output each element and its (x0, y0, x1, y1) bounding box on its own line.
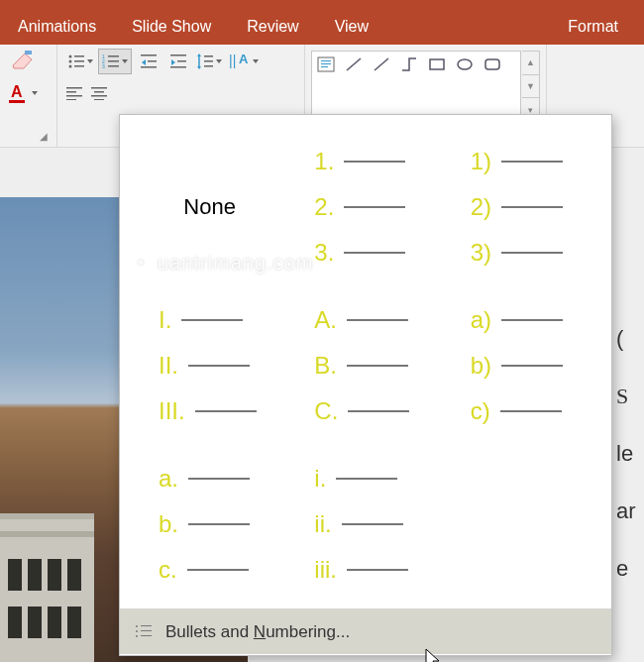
tab-review[interactable]: Review (229, 9, 316, 45)
ribbon-tabs: Animations Slide Show Review View Format (0, 9, 644, 45)
bullets-icon (67, 54, 85, 69)
svg-rect-39 (94, 99, 104, 100)
watermark: ✦ uantrimang.com (128, 250, 313, 276)
svg-marker-0 (13, 54, 32, 68)
svg-rect-54 (141, 635, 152, 636)
svg-rect-52 (141, 630, 152, 631)
bullets-and-numbering-button[interactable]: Bullets and Numbering... (120, 608, 611, 654)
shape-textbox-icon[interactable] (315, 55, 337, 74)
bullets-numbering-icon (134, 623, 154, 641)
svg-line-44 (347, 58, 361, 70)
svg-rect-25 (198, 55, 200, 67)
svg-marker-21 (171, 59, 175, 65)
decrease-indent-button[interactable] (133, 49, 166, 74)
svg-rect-22 (177, 60, 186, 62)
svg-marker-26 (197, 66, 201, 69)
shapes-gallery[interactable] (311, 51, 521, 122)
font-color-icon: A (8, 82, 30, 104)
chevron-up-icon[interactable]: ▲ (522, 52, 539, 75)
numbering-empty-cell (448, 448, 595, 601)
numbering-option-upper-roman[interactable]: I. II. III. (136, 289, 283, 442)
shape-oval-icon[interactable] (454, 55, 476, 74)
svg-rect-15 (108, 65, 119, 67)
align-left-button[interactable] (63, 80, 87, 106)
svg-rect-27 (204, 55, 213, 57)
svg-rect-16 (141, 55, 157, 56)
numbering-option-lower-roman[interactable]: i. ii. iii. (291, 448, 439, 601)
svg-rect-37 (94, 91, 104, 93)
svg-point-4 (69, 55, 72, 58)
svg-rect-1 (25, 51, 32, 55)
watermark-icon: ✦ (128, 250, 154, 276)
svg-rect-33 (66, 91, 76, 93)
svg-text:A: A (239, 52, 249, 66)
align-center-button[interactable] (88, 80, 112, 106)
shape-line-icon[interactable] (343, 55, 365, 74)
svg-rect-42 (321, 63, 331, 64)
numbering-option-lower-alpha-paren[interactable]: a) b) c) (448, 289, 595, 442)
building-graphic (0, 513, 94, 662)
svg-text:3: 3 (102, 63, 105, 69)
numbering-button[interactable]: 123 (98, 49, 132, 74)
line-spacing-icon (196, 53, 214, 70)
shapes-scroll[interactable]: ▲ ▼ ▾ (522, 51, 540, 122)
increase-indent-button[interactable] (167, 49, 191, 74)
svg-line-45 (375, 58, 388, 70)
text-direction-icon: ||A (229, 52, 251, 71)
svg-text:||: || (229, 53, 236, 68)
svg-rect-7 (74, 60, 84, 62)
chevron-down-icon[interactable]: ▼ (522, 75, 539, 99)
svg-point-6 (69, 60, 72, 63)
shape-connector-icon[interactable] (398, 55, 420, 74)
shape-line2-icon[interactable] (371, 55, 392, 74)
tab-slide-show[interactable]: Slide Show (114, 9, 229, 45)
align-left-icon (66, 86, 84, 100)
svg-rect-46 (430, 59, 444, 69)
svg-rect-9 (74, 65, 84, 67)
tab-animations[interactable]: Animations (0, 9, 114, 45)
svg-marker-17 (142, 59, 146, 65)
svg-point-53 (136, 635, 138, 637)
svg-point-47 (458, 59, 472, 69)
bullets-button[interactable] (63, 49, 97, 74)
svg-rect-34 (66, 95, 82, 97)
svg-rect-48 (485, 59, 499, 69)
tab-format[interactable]: Format (550, 9, 636, 45)
svg-rect-29 (204, 65, 213, 67)
numbering-option-arabic-paren[interactable]: 1) 2) 3) (448, 131, 595, 283)
eraser-icon (10, 51, 36, 72)
bullets-and-numbering-label: Bullets and Numbering... (165, 622, 350, 642)
svg-rect-50 (141, 625, 152, 626)
svg-rect-23 (170, 66, 186, 68)
shape-rect-icon[interactable] (426, 55, 448, 74)
numbering-option-arabic-period[interactable]: 1. 2. 3. (291, 131, 439, 283)
svg-rect-19 (141, 66, 157, 68)
text-direction-button[interactable]: ||A (227, 49, 261, 74)
svg-rect-38 (91, 95, 107, 97)
font-dialog-launcher[interactable]: ◢ (37, 129, 51, 144)
numbering-icon: 123 (102, 54, 120, 69)
svg-rect-43 (321, 66, 328, 67)
svg-text:A: A (11, 83, 23, 100)
numbering-dropdown: None 1. 2. 3. 1) 2) 3) I. II. III. A. B.… (119, 114, 612, 656)
shape-roundrect-icon[interactable] (482, 55, 503, 74)
clear-formatting-button[interactable] (6, 49, 40, 74)
svg-point-49 (136, 625, 138, 627)
svg-rect-20 (170, 55, 186, 56)
svg-rect-28 (204, 60, 213, 62)
svg-rect-5 (74, 55, 84, 57)
increase-indent-icon (170, 54, 188, 69)
svg-point-51 (136, 630, 138, 632)
svg-rect-11 (108, 55, 119, 57)
svg-rect-13 (108, 60, 119, 62)
svg-rect-41 (321, 60, 331, 61)
line-spacing-button[interactable] (192, 49, 226, 74)
svg-rect-18 (148, 60, 157, 62)
svg-rect-32 (66, 87, 82, 89)
numbering-option-lower-alpha-period[interactable]: a. b. c. (136, 448, 283, 601)
numbering-option-upper-alpha[interactable]: A. B. C. (291, 289, 439, 442)
decrease-indent-icon (141, 54, 159, 69)
tab-view[interactable]: View (317, 9, 386, 45)
svg-point-8 (69, 65, 72, 68)
font-color-button[interactable]: A (6, 80, 40, 106)
